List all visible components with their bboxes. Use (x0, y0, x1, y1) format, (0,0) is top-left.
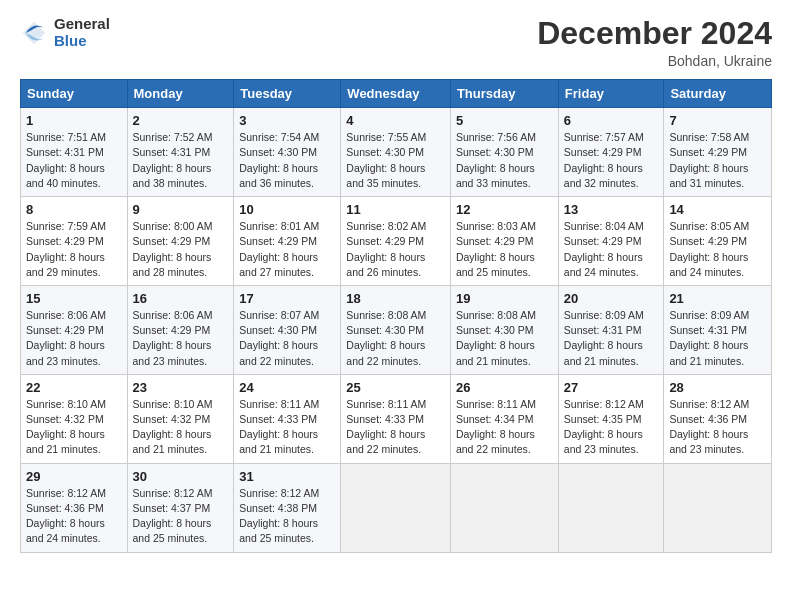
day-detail: Sunrise: 8:12 AMSunset: 4:35 PMDaylight:… (564, 398, 644, 456)
calendar-cell: 6 Sunrise: 7:57 AMSunset: 4:29 PMDayligh… (558, 108, 664, 197)
logo: General Blue (20, 16, 110, 49)
day-number: 27 (564, 380, 659, 395)
logo-blue: Blue (54, 33, 110, 50)
header: General Blue December 2024 Bohdan, Ukrai… (20, 16, 772, 69)
day-detail: Sunrise: 7:58 AMSunset: 4:29 PMDaylight:… (669, 131, 749, 189)
calendar-cell: 19 Sunrise: 8:08 AMSunset: 4:30 PMDaylig… (450, 285, 558, 374)
calendar-cell: 30 Sunrise: 8:12 AMSunset: 4:37 PMDaylig… (127, 463, 234, 552)
calendar-cell: 22 Sunrise: 8:10 AMSunset: 4:32 PMDaylig… (21, 374, 128, 463)
calendar-cell: 20 Sunrise: 8:09 AMSunset: 4:31 PMDaylig… (558, 285, 664, 374)
calendar-cell (450, 463, 558, 552)
calendar-cell: 25 Sunrise: 8:11 AMSunset: 4:33 PMDaylig… (341, 374, 451, 463)
calendar-header-tuesday: Tuesday (234, 80, 341, 108)
day-detail: Sunrise: 8:12 AMSunset: 4:36 PMDaylight:… (26, 487, 106, 545)
calendar-header-saturday: Saturday (664, 80, 772, 108)
day-number: 23 (133, 380, 229, 395)
day-detail: Sunrise: 8:11 AMSunset: 4:34 PMDaylight:… (456, 398, 536, 456)
svg-marker-0 (23, 21, 45, 43)
day-number: 18 (346, 291, 445, 306)
calendar-cell: 4 Sunrise: 7:55 AMSunset: 4:30 PMDayligh… (341, 108, 451, 197)
day-number: 12 (456, 202, 553, 217)
calendar-cell: 24 Sunrise: 8:11 AMSunset: 4:33 PMDaylig… (234, 374, 341, 463)
day-number: 21 (669, 291, 766, 306)
day-number: 11 (346, 202, 445, 217)
day-detail: Sunrise: 7:56 AMSunset: 4:30 PMDaylight:… (456, 131, 536, 189)
day-number: 10 (239, 202, 335, 217)
calendar-week-4: 22 Sunrise: 8:10 AMSunset: 4:32 PMDaylig… (21, 374, 772, 463)
day-number: 6 (564, 113, 659, 128)
day-number: 8 (26, 202, 122, 217)
calendar-cell: 28 Sunrise: 8:12 AMSunset: 4:36 PMDaylig… (664, 374, 772, 463)
logo-text: General Blue (54, 16, 110, 49)
day-detail: Sunrise: 8:07 AMSunset: 4:30 PMDaylight:… (239, 309, 319, 367)
calendar-cell: 12 Sunrise: 8:03 AMSunset: 4:29 PMDaylig… (450, 197, 558, 286)
page: General Blue December 2024 Bohdan, Ukrai… (0, 0, 792, 612)
day-detail: Sunrise: 7:54 AMSunset: 4:30 PMDaylight:… (239, 131, 319, 189)
day-number: 9 (133, 202, 229, 217)
calendar-cell: 16 Sunrise: 8:06 AMSunset: 4:29 PMDaylig… (127, 285, 234, 374)
day-number: 31 (239, 469, 335, 484)
calendar-cell: 8 Sunrise: 7:59 AMSunset: 4:29 PMDayligh… (21, 197, 128, 286)
day-detail: Sunrise: 8:09 AMSunset: 4:31 PMDaylight:… (564, 309, 644, 367)
calendar-cell: 13 Sunrise: 8:04 AMSunset: 4:29 PMDaylig… (558, 197, 664, 286)
calendar-cell: 11 Sunrise: 8:02 AMSunset: 4:29 PMDaylig… (341, 197, 451, 286)
calendar-week-5: 29 Sunrise: 8:12 AMSunset: 4:36 PMDaylig… (21, 463, 772, 552)
calendar-cell (664, 463, 772, 552)
calendar-week-2: 8 Sunrise: 7:59 AMSunset: 4:29 PMDayligh… (21, 197, 772, 286)
calendar-header-friday: Friday (558, 80, 664, 108)
day-detail: Sunrise: 7:52 AMSunset: 4:31 PMDaylight:… (133, 131, 213, 189)
day-detail: Sunrise: 8:02 AMSunset: 4:29 PMDaylight:… (346, 220, 426, 278)
calendar-header-row: SundayMondayTuesdayWednesdayThursdayFrid… (21, 80, 772, 108)
day-number: 1 (26, 113, 122, 128)
calendar-cell: 7 Sunrise: 7:58 AMSunset: 4:29 PMDayligh… (664, 108, 772, 197)
calendar-cell: 29 Sunrise: 8:12 AMSunset: 4:36 PMDaylig… (21, 463, 128, 552)
day-detail: Sunrise: 8:09 AMSunset: 4:31 PMDaylight:… (669, 309, 749, 367)
logo-icon (20, 19, 48, 47)
calendar-cell: 10 Sunrise: 8:01 AMSunset: 4:29 PMDaylig… (234, 197, 341, 286)
calendar-cell: 15 Sunrise: 8:06 AMSunset: 4:29 PMDaylig… (21, 285, 128, 374)
calendar-cell: 9 Sunrise: 8:00 AMSunset: 4:29 PMDayligh… (127, 197, 234, 286)
calendar-cell: 18 Sunrise: 8:08 AMSunset: 4:30 PMDaylig… (341, 285, 451, 374)
day-detail: Sunrise: 8:06 AMSunset: 4:29 PMDaylight:… (133, 309, 213, 367)
day-number: 7 (669, 113, 766, 128)
day-detail: Sunrise: 8:12 AMSunset: 4:36 PMDaylight:… (669, 398, 749, 456)
calendar-header-wednesday: Wednesday (341, 80, 451, 108)
day-number: 17 (239, 291, 335, 306)
title-block: December 2024 Bohdan, Ukraine (537, 16, 772, 69)
day-detail: Sunrise: 8:11 AMSunset: 4:33 PMDaylight:… (239, 398, 319, 456)
day-detail: Sunrise: 8:00 AMSunset: 4:29 PMDaylight:… (133, 220, 213, 278)
calendar-header-monday: Monday (127, 80, 234, 108)
day-detail: Sunrise: 7:57 AMSunset: 4:29 PMDaylight:… (564, 131, 644, 189)
day-detail: Sunrise: 7:59 AMSunset: 4:29 PMDaylight:… (26, 220, 106, 278)
calendar-week-3: 15 Sunrise: 8:06 AMSunset: 4:29 PMDaylig… (21, 285, 772, 374)
day-number: 20 (564, 291, 659, 306)
day-detail: Sunrise: 8:11 AMSunset: 4:33 PMDaylight:… (346, 398, 426, 456)
title-month: December 2024 (537, 16, 772, 51)
day-detail: Sunrise: 7:51 AMSunset: 4:31 PMDaylight:… (26, 131, 106, 189)
day-number: 14 (669, 202, 766, 217)
day-detail: Sunrise: 8:03 AMSunset: 4:29 PMDaylight:… (456, 220, 536, 278)
calendar-cell (341, 463, 451, 552)
calendar-cell: 17 Sunrise: 8:07 AMSunset: 4:30 PMDaylig… (234, 285, 341, 374)
day-detail: Sunrise: 8:10 AMSunset: 4:32 PMDaylight:… (133, 398, 213, 456)
calendar-cell: 23 Sunrise: 8:10 AMSunset: 4:32 PMDaylig… (127, 374, 234, 463)
day-number: 13 (564, 202, 659, 217)
calendar-cell: 14 Sunrise: 8:05 AMSunset: 4:29 PMDaylig… (664, 197, 772, 286)
day-number: 24 (239, 380, 335, 395)
day-detail: Sunrise: 8:12 AMSunset: 4:38 PMDaylight:… (239, 487, 319, 545)
calendar-cell: 26 Sunrise: 8:11 AMSunset: 4:34 PMDaylig… (450, 374, 558, 463)
day-number: 16 (133, 291, 229, 306)
calendar-cell: 21 Sunrise: 8:09 AMSunset: 4:31 PMDaylig… (664, 285, 772, 374)
day-detail: Sunrise: 8:01 AMSunset: 4:29 PMDaylight:… (239, 220, 319, 278)
day-number: 15 (26, 291, 122, 306)
day-number: 3 (239, 113, 335, 128)
day-detail: Sunrise: 8:08 AMSunset: 4:30 PMDaylight:… (346, 309, 426, 367)
day-number: 5 (456, 113, 553, 128)
calendar-cell: 31 Sunrise: 8:12 AMSunset: 4:38 PMDaylig… (234, 463, 341, 552)
calendar-cell: 2 Sunrise: 7:52 AMSunset: 4:31 PMDayligh… (127, 108, 234, 197)
day-number: 25 (346, 380, 445, 395)
day-detail: Sunrise: 8:04 AMSunset: 4:29 PMDaylight:… (564, 220, 644, 278)
day-detail: Sunrise: 8:08 AMSunset: 4:30 PMDaylight:… (456, 309, 536, 367)
calendar-cell: 3 Sunrise: 7:54 AMSunset: 4:30 PMDayligh… (234, 108, 341, 197)
day-detail: Sunrise: 8:12 AMSunset: 4:37 PMDaylight:… (133, 487, 213, 545)
